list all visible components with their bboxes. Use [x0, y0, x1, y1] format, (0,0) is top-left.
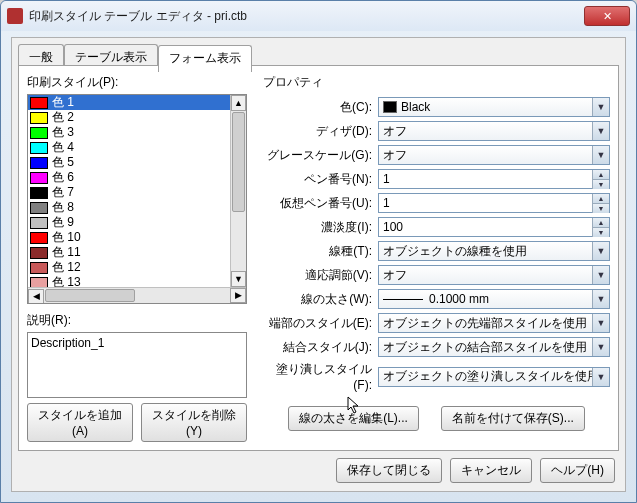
- hscroll-thumb[interactable]: [45, 289, 135, 302]
- spin-up-icon[interactable]: ▲: [592, 218, 609, 228]
- color-swatch-icon: [30, 187, 48, 199]
- horizontal-scrollbar[interactable]: ◀ ▶: [28, 287, 246, 303]
- grayscale-label: グレースケール(G):: [263, 147, 378, 164]
- linetype-combo[interactable]: オブジェクトの線種を使用▼: [378, 241, 610, 261]
- tab-panel: 印刷スタイル(P): 色 1色 2色 3色 4色 5色 6色 7色 8色 9色 …: [18, 65, 619, 451]
- list-item[interactable]: 色 8: [28, 200, 230, 215]
- save-close-button[interactable]: 保存して閉じる: [336, 458, 442, 483]
- linetype-value: オブジェクトの線種を使用: [383, 243, 527, 260]
- pen-spinner[interactable]: 1▲▼: [378, 169, 610, 189]
- chevron-down-icon: ▼: [592, 314, 609, 332]
- spin-down-icon[interactable]: ▼: [592, 180, 609, 189]
- fill-combo[interactable]: オブジェクトの塗り潰しスタイルを使用▼: [378, 367, 610, 387]
- window-title: 印刷スタイル テーブル エディタ - pri.ctb: [29, 8, 584, 25]
- print-styles-listbox[interactable]: 色 1色 2色 3色 4色 5色 6色 7色 8色 9色 10色 11色 12色…: [27, 94, 247, 304]
- list-item[interactable]: 色 7: [28, 185, 230, 200]
- list-item[interactable]: 色 12: [28, 260, 230, 275]
- window: 印刷スタイル テーブル エディタ - pri.ctb ✕ 一般 テーブル表示 フ…: [0, 0, 637, 503]
- list-item[interactable]: 色 2: [28, 110, 230, 125]
- adaptive-combo[interactable]: オフ▼: [378, 265, 610, 285]
- list-item[interactable]: 色 10: [28, 230, 230, 245]
- spin-up-icon[interactable]: ▲: [592, 170, 609, 180]
- chevron-down-icon: ▼: [592, 122, 609, 140]
- row-join: 結合スタイル(J): オブジェクトの結合部スタイルを使用▼: [263, 337, 610, 357]
- edit-lineweight-button[interactable]: 線の太さを編集(L)...: [288, 406, 419, 431]
- endcap-combo[interactable]: オブジェクトの先端部スタイルを使用▼: [378, 313, 610, 333]
- list-item[interactable]: 色 9: [28, 215, 230, 230]
- add-style-button[interactable]: スタイルを追加(A): [27, 403, 133, 442]
- lineweight-preview-icon: [383, 299, 423, 300]
- row-adaptive: 適応調節(V): オフ▼: [263, 265, 610, 285]
- save-as-button[interactable]: 名前を付けて保存(S)...: [441, 406, 585, 431]
- print-styles-label: 印刷スタイル(P):: [27, 74, 247, 91]
- list-item[interactable]: 色 3: [28, 125, 230, 140]
- list-item[interactable]: 色 11: [28, 245, 230, 260]
- pen-label: ペン番号(N):: [263, 171, 378, 188]
- right-column: プロパティ 色(C): Black▼ ディザ(D): オフ▼ グレースケール(G…: [263, 74, 610, 442]
- list-item[interactable]: 色 13: [28, 275, 230, 287]
- scroll-left-button[interactable]: ◀: [28, 289, 44, 304]
- endcap-label: 端部のスタイル(E):: [263, 315, 378, 332]
- row-linetype: 線種(T): オブジェクトの線種を使用▼: [263, 241, 610, 261]
- color-swatch-icon: [30, 232, 48, 244]
- color-swatch-icon: [383, 101, 397, 113]
- cancel-button[interactable]: キャンセル: [450, 458, 532, 483]
- dialog-buttons: 保存して閉じる キャンセル ヘルプ(H): [336, 458, 615, 483]
- join-combo[interactable]: オブジェクトの結合部スタイルを使用▼: [378, 337, 610, 357]
- scroll-down-button[interactable]: ▼: [231, 271, 246, 287]
- color-swatch-icon: [30, 127, 48, 139]
- property-buttons: 線の太さを編集(L)... 名前を付けて保存(S)...: [263, 406, 610, 431]
- list-item-label: 色 13: [52, 274, 81, 287]
- pen-value: 1: [383, 172, 390, 186]
- spin-up-icon[interactable]: ▲: [592, 194, 609, 204]
- row-fill: 塗り潰しスタイル(F): オブジェクトの塗り潰しスタイルを使用▼: [263, 361, 610, 392]
- vertical-scrollbar[interactable]: ▲ ▼: [230, 95, 246, 287]
- description-textarea[interactable]: [27, 332, 247, 398]
- endcap-value: オブジェクトの先端部スタイルを使用: [383, 315, 587, 332]
- chevron-down-icon: ▼: [592, 338, 609, 356]
- row-dither: ディザ(D): オフ▼: [263, 121, 610, 141]
- scroll-thumb[interactable]: [232, 112, 245, 212]
- list-item[interactable]: 色 6: [28, 170, 230, 185]
- color-combo[interactable]: Black▼: [378, 97, 610, 117]
- color-swatch-icon: [30, 247, 48, 259]
- spin-down-icon[interactable]: ▼: [592, 204, 609, 213]
- properties-label: プロパティ: [263, 74, 610, 91]
- lineweight-combo[interactable]: 0.1000 mm▼: [378, 289, 610, 309]
- chevron-down-icon: ▼: [592, 146, 609, 164]
- vpen-spinner[interactable]: 1▲▼: [378, 193, 610, 213]
- spin-down-icon[interactable]: ▼: [592, 228, 609, 237]
- chevron-down-icon: ▼: [592, 368, 609, 386]
- left-column: 印刷スタイル(P): 色 1色 2色 3色 4色 5色 6色 7色 8色 9色 …: [27, 74, 247, 442]
- grayscale-value: オフ: [383, 147, 407, 164]
- list-item[interactable]: 色 1: [28, 95, 230, 110]
- lineweight-label: 線の太さ(W):: [263, 291, 378, 308]
- tab-form-view[interactable]: フォーム表示: [158, 45, 252, 72]
- row-pen: ペン番号(N): 1▲▼: [263, 169, 610, 189]
- list-item[interactable]: 色 4: [28, 140, 230, 155]
- color-value: Black: [401, 100, 430, 114]
- style-buttons: スタイルを追加(A) スタイルを削除(Y): [27, 403, 247, 442]
- delete-style-button[interactable]: スタイルを削除(Y): [141, 403, 247, 442]
- screen-value: 100: [383, 220, 403, 234]
- linetype-label: 線種(T):: [263, 243, 378, 260]
- row-color: 色(C): Black▼: [263, 97, 610, 117]
- color-swatch-icon: [30, 217, 48, 229]
- grayscale-combo[interactable]: オフ▼: [378, 145, 610, 165]
- adaptive-value: オフ: [383, 267, 407, 284]
- close-button[interactable]: ✕: [584, 6, 630, 26]
- scroll-up-button[interactable]: ▲: [231, 95, 246, 111]
- scroll-right-button[interactable]: ▶: [230, 288, 246, 303]
- color-swatch-icon: [30, 277, 48, 288]
- screen-spinner[interactable]: 100▲▼: [378, 217, 610, 237]
- color-swatch-icon: [30, 172, 48, 184]
- fill-value: オブジェクトの塗り潰しスタイルを使用: [383, 368, 599, 385]
- dither-label: ディザ(D):: [263, 123, 378, 140]
- join-value: オブジェクトの結合部スタイルを使用: [383, 339, 587, 356]
- lineweight-value: 0.1000 mm: [429, 292, 489, 306]
- list-item[interactable]: 色 5: [28, 155, 230, 170]
- help-button[interactable]: ヘルプ(H): [540, 458, 615, 483]
- row-grayscale: グレースケール(G): オフ▼: [263, 145, 610, 165]
- dither-combo[interactable]: オフ▼: [378, 121, 610, 141]
- color-swatch-icon: [30, 142, 48, 154]
